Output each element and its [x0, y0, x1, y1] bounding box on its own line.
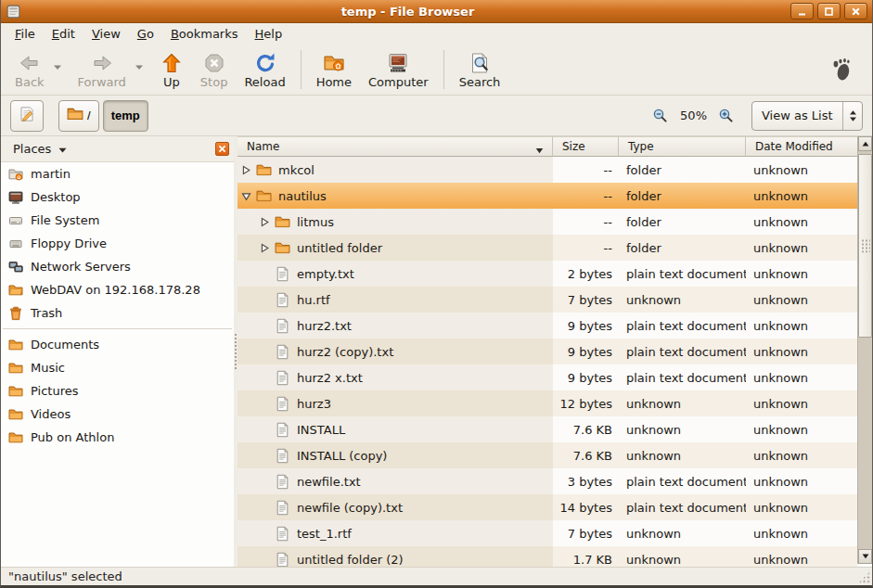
file-row[interactable]: newfile (copy).txt14 bytesplain text doc…	[238, 494, 857, 520]
file-size: --	[553, 183, 619, 209]
file-type: unknown	[619, 520, 746, 546]
scrollbar-thumb[interactable]	[858, 154, 872, 338]
search-button[interactable]: Search	[451, 48, 509, 91]
sidebar-item-trash[interactable]: Trash	[1, 301, 234, 325]
maximize-button[interactable]	[817, 3, 841, 19]
window-title: temp - File Browser	[25, 5, 790, 19]
column-label: Date Modified	[755, 140, 833, 153]
file-row[interactable]: hurz312 bytesunknownunknown	[238, 390, 857, 416]
zoom-out-button[interactable]	[652, 108, 669, 124]
forward-button: Forward	[70, 48, 135, 91]
file-row[interactable]: hurz2 x.txt9 bytesplain text documentunk…	[238, 364, 857, 390]
menu-item-go[interactable]: Go	[129, 25, 162, 43]
column-header-date-modified[interactable]: Date Modified	[746, 136, 857, 157]
sidebar-item-pub-on-athlon[interactable]: Pub on Athlon	[1, 426, 234, 449]
file-type: plain text document	[619, 313, 746, 339]
search-icon	[469, 52, 491, 74]
scrollbar-track[interactable]	[858, 151, 872, 549]
file-row[interactable]: empty.txt2 bytesplain text documentunkno…	[238, 261, 857, 287]
sidebar-close-button[interactable]	[215, 142, 229, 156]
column-header-name[interactable]: Name	[238, 136, 553, 157]
forward-label: Forward	[78, 75, 126, 89]
resize-grip[interactable]	[858, 571, 870, 583]
up-button[interactable]: Up	[151, 48, 192, 91]
file-browser-window: temp - File Browser FileEditViewGoBookma…	[0, 0, 873, 588]
titlebar[interactable]: temp - File Browser	[1, 0, 872, 23]
scroll-up-button[interactable]	[858, 136, 872, 151]
sidebar-item-desktop[interactable]: Desktop	[1, 185, 234, 209]
sidebar-item-music[interactable]: Music	[1, 356, 234, 379]
menu-hotkey: G	[137, 27, 147, 41]
minimize-button[interactable]	[790, 3, 814, 19]
file-name: untitled folder	[297, 241, 382, 255]
sidebar-item-webdav-on-192-168-178-28[interactable]: WebDAV on 192.168.178.28	[1, 278, 234, 301]
file-row[interactable]: mkcol--folderunknown	[238, 157, 857, 183]
vertical-scrollbar[interactable]	[857, 136, 872, 564]
computer-button[interactable]: Computer	[360, 48, 437, 91]
expander-spacer	[260, 320, 272, 332]
menu-hotkey: V	[92, 27, 100, 41]
folder-icon	[256, 162, 272, 178]
file-date-modified: unknown	[746, 468, 857, 494]
back-history-dropdown[interactable]	[53, 59, 66, 73]
back-icon	[19, 52, 41, 74]
sidebar-item-file-system[interactable]: File System	[1, 209, 234, 232]
file-row[interactable]: hurz2 (copy).txt9 bytesplain text docume…	[238, 339, 857, 364]
stop-label: Stop	[200, 75, 228, 89]
expander-collapsed-icon[interactable]	[260, 242, 272, 254]
file-row[interactable]: hurz2.txt9 bytesplain text documentunkno…	[238, 313, 857, 339]
file-size: 14 bytes	[553, 494, 619, 520]
file-row[interactable]: litmus--folderunknown	[238, 209, 857, 235]
sidebar-item-documents[interactable]: Documents	[1, 333, 234, 356]
scroll-down-button[interactable]	[858, 549, 872, 564]
menu-item-file[interactable]: File	[6, 25, 44, 43]
file-row[interactable]: INSTALL (copy)7.6 KBunknownunknown	[238, 442, 857, 468]
column-header-type[interactable]: Type	[619, 136, 746, 157]
file-row[interactable]: untitled folder (2)1.7 KBunknownunknown	[238, 546, 857, 567]
file-icon	[275, 526, 290, 542]
home-button[interactable]: Home	[308, 48, 360, 91]
menu-item-edit[interactable]: Edit	[44, 25, 83, 43]
expander-spacer	[260, 554, 272, 566]
sidebar-item-label: Pictures	[31, 384, 78, 398]
file-size: 2 bytes	[553, 261, 619, 287]
zoom-in-button[interactable]	[718, 108, 735, 124]
sidebar-item-pictures[interactable]: Pictures	[1, 379, 234, 403]
file-row[interactable]: untitled folder--folderunknown	[238, 235, 857, 261]
pane-splitter[interactable]	[234, 136, 238, 567]
expander-collapsed-icon[interactable]	[260, 216, 272, 228]
forward-history-dropdown[interactable]	[135, 59, 148, 73]
search-label: Search	[459, 75, 501, 89]
file-row[interactable]: newfile.txt3 bytesplain text documentunk…	[238, 468, 857, 494]
column-header-size[interactable]: Size	[553, 136, 619, 157]
reload-button[interactable]: Reload	[236, 48, 293, 91]
sidebar-item-floppy-drive[interactable]: Floppy Drive	[1, 232, 234, 255]
folder-icon	[8, 407, 23, 422]
view-mode-select[interactable]: View as List	[751, 101, 863, 131]
file-name: INSTALL	[297, 423, 345, 437]
sidebar-item-network-servers[interactable]: Network Servers	[1, 255, 234, 278]
sidebar-item-videos[interactable]: Videos	[1, 403, 234, 426]
file-size: 7 bytes	[553, 520, 619, 546]
file-size: 12 bytes	[553, 390, 619, 416]
file-row[interactable]: hu.rtf7 bytesunknownunknown	[238, 287, 857, 313]
menu-item-bookmarks[interactable]: Bookmarks	[162, 25, 247, 43]
root-path-button[interactable]: /	[58, 100, 99, 132]
file-row[interactable]: test_1.rtf7 bytesunknownunknown	[238, 520, 857, 546]
file-size: 3 bytes	[553, 468, 619, 494]
expander-collapsed-icon[interactable]	[241, 164, 253, 176]
close-button[interactable]	[844, 3, 867, 19]
places-selector[interactable]: Places	[6, 139, 215, 159]
file-date-modified: unknown	[746, 183, 857, 209]
file-type: unknown	[619, 416, 746, 442]
menu-item-view[interactable]: View	[83, 25, 129, 43]
expander-expanded-icon[interactable]	[241, 190, 253, 202]
file-row[interactable]: nautilus--folderunknown	[238, 183, 857, 209]
edit-location-button[interactable]	[10, 100, 44, 132]
file-date-modified: unknown	[746, 546, 857, 567]
toolbar: BackForwardUpStopReloadHomeComputerSearc…	[1, 44, 872, 96]
file-row[interactable]: INSTALL7.6 KBunknownunknown	[238, 416, 857, 442]
sidebar-item-martin[interactable]: martin	[1, 162, 234, 185]
menu-item-help[interactable]: Help	[247, 25, 291, 43]
current-path-button[interactable]: temp	[103, 100, 148, 132]
